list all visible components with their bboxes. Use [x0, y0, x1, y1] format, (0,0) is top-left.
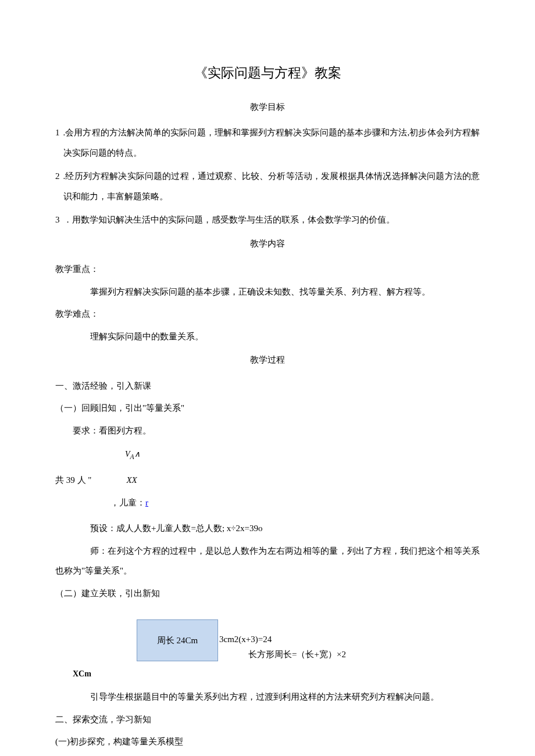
- child-label: ，儿童：: [110, 498, 145, 507]
- difficulty-text: 理解实际问题中的数量关系。: [55, 327, 480, 347]
- va-notation: VA∧: [55, 445, 480, 465]
- rect-equation: 3cm2(x+3)=24: [219, 632, 346, 646]
- rectangle-box: 周长 24Cm: [137, 619, 218, 661]
- va-sub: A: [130, 453, 134, 461]
- rectangle-right-text: 3cm2(x+3)=24 长方形周长=（长+宽）×2: [218, 632, 346, 661]
- shared-line: 共 39 人 " XX: [55, 470, 480, 490]
- shared-prefix: 共 39 人 ": [55, 470, 91, 490]
- va-v: V: [125, 450, 130, 458]
- shared-xx: XX: [91, 470, 137, 490]
- part2-heading: 二、探索交流，学习新知: [55, 710, 480, 730]
- goal-text: ．用数学知识解决生活中的实际问题，感受数学与生活的联系，体会数学学习的价值。: [63, 210, 480, 230]
- rectangle-diagram: 周长 24Cm 3cm2(x+3)=24 长方形周长=（长+宽）×2: [55, 619, 480, 661]
- preset-text: 预设：成人人数+儿童人数=总人数; x÷2x=39o: [55, 518, 480, 539]
- rect-formula: 长方形周长=（长+宽）×2: [219, 647, 346, 661]
- goal-item: 1 .会用方程的方法解决简单的实际问题，理解和掌握列方程解决实际问题的基本步骤和…: [55, 123, 480, 163]
- part2-1-heading: (一)初步探究，构建等量关系模型: [55, 732, 480, 752]
- guide-text: 引导学生根据题目中的等量关系列出方程，过渡到利用这样的方法来研究列方程解决问题。: [55, 687, 480, 707]
- process-heading: 教学过程: [55, 350, 480, 370]
- goal-number: 2: [55, 166, 60, 206]
- part1-2-heading: （二）建立关联，引出新知: [55, 583, 480, 604]
- document-title: 《实际问题与方程》教案: [55, 58, 480, 89]
- goal-text: .会用方程的方法解决简单的实际问题，理解和掌握列方程解决实际问题的基本步骤和方法…: [63, 123, 480, 163]
- xcm-label: XCm: [55, 665, 480, 683]
- focus-label: 教学重点：: [55, 259, 480, 280]
- va-caret: ∧: [134, 450, 140, 458]
- content-heading: 教学内容: [55, 234, 480, 254]
- goals-heading: 教学目标: [55, 97, 480, 117]
- goal-item: 3 ．用数学知识解决生活中的实际问题，感受数学与生活的联系，体会数学学习的价值。: [55, 210, 480, 230]
- child-link[interactable]: r: [145, 498, 148, 507]
- goal-text: .经历列方程解决实际问题的过程，通过观察、比较、分析等活动，发展根据具体情况选择…: [63, 166, 480, 206]
- goal-item: 2 .经历列方程解决实际问题的过程，通过观察、比较、分析等活动，发展根据具体情况…: [55, 166, 480, 206]
- focus-text: 掌握列方程解决实际问题的基本步骤，正确设未知数、找等量关系、列方程、解方程等。: [55, 282, 480, 302]
- teacher-say: 师：在列这个方程的过程中，是以总人数作为左右两边相等的量，列出了方程，我们把这个…: [55, 541, 480, 581]
- goal-number: 1: [55, 123, 60, 163]
- part1-heading: 一、激活经验，引入新课: [55, 376, 480, 396]
- goal-number: 3: [55, 210, 60, 230]
- rectangle-label: 周长 24Cm: [157, 630, 198, 651]
- requirement-text: 要求：看图列方程。: [55, 421, 480, 441]
- child-line: ，儿童：r: [55, 493, 480, 513]
- difficulty-label: 教学难点：: [55, 304, 480, 324]
- part1-1-heading: （一）回顾旧知，引出"等量关系": [55, 398, 480, 418]
